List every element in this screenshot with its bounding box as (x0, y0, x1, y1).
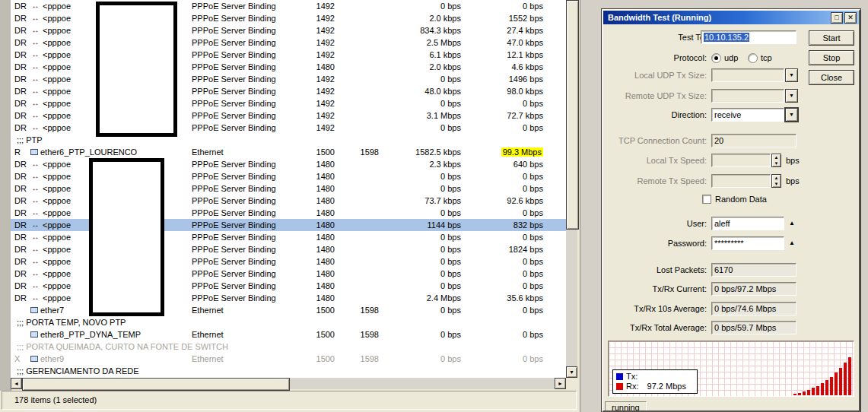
remote-udp-tx-size-dropdown[interactable]: ▼ (785, 89, 798, 103)
lost-packets-value: 6170 (711, 263, 796, 277)
password-input[interactable]: ********* (711, 236, 784, 250)
cell-actual-mtu: 1480 (277, 182, 339, 195)
protocol-tcp-radio[interactable]: tcp (748, 51, 772, 65)
remote-tx-speed-input[interactable] (711, 174, 771, 188)
pppoe-binding-icon: ↔ (30, 219, 40, 231)
cell-tx: 3.1 Mbps (383, 109, 467, 122)
user-input[interactable]: aleff (711, 217, 784, 230)
undo-arrow-icon[interactable]: ▲ (789, 220, 795, 227)
table-row[interactable]: DR↔<pppoePPPoE Server Binding14920 bps0 … (11, 97, 566, 109)
cell-type: Ethernet (192, 328, 277, 341)
table-row[interactable]: Xether9Ethernet150015980 bps0 bps (11, 353, 566, 365)
cell-flag: X (11, 353, 30, 365)
remote-tx-speed-label: Remote Tx Speed: (603, 174, 707, 188)
table-row[interactable]: DR↔<pppoePPPoE Server Binding14920 bps14… (11, 73, 566, 85)
cell-l2mtu (339, 49, 383, 61)
cell-flag: DR (11, 109, 30, 122)
cell-tx: 0 bps (383, 97, 467, 109)
horizontal-scrollbar-thumb[interactable] (22, 378, 290, 391)
table-row[interactable]: ether8_PTP_DYNA_TEMPEthernet150015980 bp… (11, 328, 566, 341)
table-row[interactable]: DR↔<pppoePPPoE Server Binding14920 bps0 … (11, 0, 566, 12)
field-row-local-tx-speed: Local Tx Speed: ▲▼ bps (603, 154, 859, 169)
interface-list-window: DR↔<pppoePPPoE Server Binding14920 bps0 … (0, 0, 580, 412)
cell-tx: 2.3 kbps (383, 158, 467, 170)
table-row[interactable]: DR↔<pppoePPPoE Server Binding1492834.3 k… (11, 24, 566, 36)
cell-type: PPPoE Server Binding (192, 61, 277, 73)
cell-l2mtu (339, 73, 383, 85)
remote-tx-speed-stepper[interactable]: ▲▼ (771, 174, 781, 188)
section-label: ;;; PORTA QUEIMADA, CURTO NA FONTE DE SW… (11, 341, 228, 353)
interface-name: <pppoe (43, 85, 71, 97)
undo-arrow-icon[interactable]: ▲ (789, 240, 795, 246)
cell-rx: 0 bps (467, 97, 549, 109)
start-button[interactable]: Start (809, 30, 854, 46)
cell-l2mtu: 1598 (339, 304, 383, 316)
scroll-left-button[interactable]: ◄ (11, 378, 22, 389)
scroll-right-button[interactable]: ► (555, 378, 566, 389)
arrow-down-icon: ▼ (569, 369, 574, 375)
stop-button[interactable]: Stop (809, 50, 854, 65)
cell-name: ether6_PTP_LOURENCO (30, 146, 192, 158)
interface-name: ether9 (40, 353, 64, 365)
table-row[interactable]: DR↔<pppoePPPoE Server Binding14922.5 Mbp… (11, 36, 566, 49)
tcp-connection-count-input[interactable]: 20 (711, 134, 796, 147)
field-row-remote-udp-tx-size: Remote UDP Tx Size: ▼ (603, 89, 859, 104)
bandwidth-test-dialog: Bandwidth Test (Running) □ ✕ Test To: 10… (602, 9, 860, 412)
cell-type: PPPoE Server Binding (192, 182, 277, 195)
cell-tx: 0 bps (383, 243, 467, 255)
cell-type: PPPoE Server Binding (192, 231, 277, 243)
local-udp-tx-size-label: Local UDP Tx Size: (603, 68, 707, 82)
scroll-down-button[interactable]: ▼ (566, 366, 577, 378)
protocol-udp-radio[interactable]: udp (711, 51, 738, 65)
cell-type: PPPoE Server Binding (192, 24, 277, 36)
minimize-button[interactable]: □ (831, 12, 843, 24)
field-row-remote-tx-speed: Remote Tx Speed: ▲▼ bps (603, 174, 859, 189)
remote-udp-tx-size-input[interactable] (711, 89, 784, 103)
rx-bar (793, 394, 796, 395)
txrx-10s-average-value: 0 bps/74.6 Mbps (711, 302, 796, 315)
cell-name: ether9 (30, 353, 192, 365)
table-row[interactable]: DR↔<pppoePPPoE Server Binding14922.0 kbp… (11, 12, 566, 24)
pppoe-binding-icon: ↔ (30, 243, 40, 255)
table-row[interactable]: DR↔<pppoePPPoE Server Binding14926.1 kbp… (11, 49, 566, 61)
checkbox-unchecked-icon (702, 195, 711, 204)
interface-name: <pppoe (43, 195, 71, 207)
local-tx-speed-input[interactable] (711, 154, 771, 167)
test-to-input[interactable]: 10.10.135.2 (701, 30, 796, 44)
table-row[interactable]: DR↔<pppoePPPoE Server Binding14923.1 Mbp… (11, 109, 566, 122)
pppoe-binding-icon: ↔ (30, 255, 40, 268)
horizontal-scrollbar[interactable]: ◄ ► (11, 378, 566, 389)
tx-legend-swatch (616, 373, 623, 380)
chevron-down-icon: ▼ (789, 72, 794, 78)
close-button[interactable]: Close (809, 70, 854, 85)
interface-name: <pppoe (43, 292, 71, 304)
vertical-scrollbar-thumb[interactable] (566, 0, 579, 230)
dialog-titlebar[interactable]: Bandwidth Test (Running) □ ✕ (603, 11, 859, 24)
cell-flag: DR (11, 292, 30, 304)
table-row[interactable]: Rether6_PTP_LOURENCOEthernet150015981582… (11, 146, 566, 158)
cell-tx: 2.5 Mbps (383, 36, 467, 49)
scrollbar-corner (566, 378, 577, 389)
table-row[interactable]: DR↔<pppoePPPoE Server Binding149248.0 kb… (11, 85, 566, 97)
cell-actual-mtu: 1492 (277, 12, 339, 24)
rx-bar (812, 388, 815, 395)
cell-tx: 0 bps (383, 328, 467, 341)
local-tx-speed-stepper[interactable]: ▲▼ (771, 154, 781, 167)
local-tx-speed-label: Local Tx Speed: (603, 154, 707, 167)
interface-name: ether8_PTP_DYNA_TEMP (40, 328, 141, 341)
field-row-lost-packets: Lost Packets: 6170 (603, 263, 859, 278)
interface-name: <pppoe (43, 49, 71, 61)
table-row[interactable]: DR↔<pppoePPPoE Server Binding14802.0 kbp… (11, 61, 566, 73)
direction-select[interactable]: receive (711, 108, 784, 122)
direction-dropdown[interactable]: ▼ (785, 108, 798, 122)
cell-flag: DR (11, 255, 30, 268)
random-data-checkbox[interactable]: Random Data (702, 192, 767, 206)
local-udp-tx-size-dropdown[interactable]: ▼ (785, 68, 798, 82)
cell-rx: 0 bps (467, 304, 549, 316)
local-udp-tx-size-input[interactable] (711, 68, 784, 82)
vertical-scrollbar[interactable]: ▼ (566, 0, 577, 378)
close-icon[interactable]: ✕ (844, 12, 857, 24)
table-row[interactable]: DR↔<pppoePPPoE Server Binding14920 bps0 … (11, 122, 566, 134)
section-label: ;;; GERENCIAMENTO DA REDE (11, 365, 139, 377)
pppoe-binding-icon: ↔ (30, 207, 40, 219)
